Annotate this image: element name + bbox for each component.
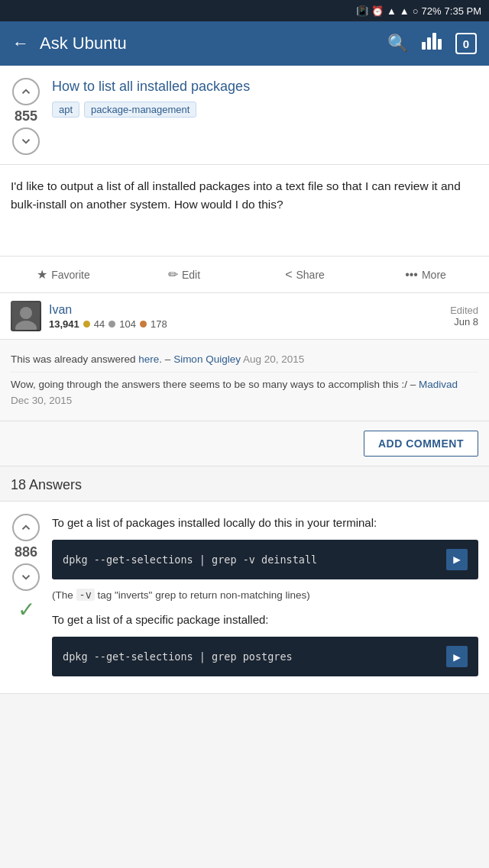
- edit-action[interactable]: ✏ Edit: [124, 267, 244, 282]
- code-expand-icon-2[interactable]: ▶: [446, 646, 468, 667]
- silver-badge: [108, 321, 115, 328]
- question-body-text: I'd like to output a list of all install…: [11, 177, 478, 214]
- comment-1-link[interactable]: here: [138, 353, 159, 365]
- comment-2-user[interactable]: Madivad: [419, 379, 458, 390]
- add-comment-button[interactable]: ADD COMMENT: [364, 431, 478, 457]
- share-icon: <: [285, 268, 292, 282]
- code-block-2: dpkg --get-selections | grep postgres ▶: [52, 637, 478, 676]
- favorite-label: Favorite: [51, 269, 90, 281]
- more-action[interactable]: ••• More: [365, 268, 486, 282]
- app-bar-icons: 🔍 0: [387, 33, 477, 54]
- answer-text-1: To get a list of packages installed loca…: [52, 514, 478, 532]
- notification-badge[interactable]: 0: [455, 33, 477, 54]
- vote-count: 855: [15, 108, 37, 124]
- user-name[interactable]: Ivan: [49, 303, 167, 317]
- chart-icon[interactable]: [422, 33, 442, 54]
- search-icon[interactable]: 🔍: [387, 34, 408, 53]
- signal-icon: ▲: [400, 5, 410, 17]
- comment-1: This was already answered here. – Simon …: [11, 347, 478, 373]
- code-content-1: dpkg --get-selections | grep -v deinstal…: [63, 553, 446, 566]
- answer-upvote-button[interactable]: [12, 514, 40, 541]
- answer-vote-col: 886 ✓: [0, 511, 52, 684]
- svg-rect-0: [422, 42, 426, 50]
- accepted-checkmark: ✓: [18, 597, 35, 622]
- answer-card: 886 ✓ To get a list of packages installe…: [0, 502, 489, 694]
- edit-label: Edit: [182, 269, 200, 281]
- edit-icon: ✏: [168, 267, 178, 282]
- more-label: More: [422, 269, 446, 281]
- answer-downvote-button[interactable]: [12, 563, 40, 591]
- share-action[interactable]: < Share: [244, 268, 365, 282]
- user-reputation: 13,941 44 104 178: [49, 318, 167, 330]
- downvote-button[interactable]: [12, 127, 40, 155]
- comment-1-sep: . –: [159, 353, 173, 365]
- svg-rect-3: [438, 39, 442, 50]
- code-expand-icon[interactable]: ▶: [446, 549, 468, 570]
- question-content: I'd like to output a list of all install…: [0, 165, 489, 257]
- silver-count: 104: [119, 318, 136, 330]
- back-button[interactable]: ←: [12, 34, 29, 53]
- comment-2-date: Dec 30, 2015: [11, 395, 72, 406]
- wifi-icon: ▲: [387, 5, 397, 17]
- status-icons: 📳 ⏰ ▲ ▲ ○ 72% 7:35 PM: [356, 5, 481, 17]
- answer-body: To get a list of packages installed loca…: [52, 511, 489, 684]
- time-display: 7:35 PM: [445, 5, 481, 17]
- answer-vote-count: 886: [15, 544, 37, 560]
- gold-badge: [83, 321, 90, 328]
- svg-point-5: [20, 307, 32, 319]
- user-details: Ivan 13,941 44 104 178: [49, 303, 167, 330]
- status-bar: 📳 ⏰ ▲ ▲ ○ 72% 7:35 PM: [0, 0, 489, 21]
- comment-1-text: This was already answered: [11, 353, 138, 365]
- action-bar: ★ Favorite ✏ Edit < Share ••• More: [0, 257, 489, 293]
- answers-header: 18 Answers: [0, 466, 489, 502]
- question-tags: apt package-management: [52, 102, 478, 118]
- avatar-image: [11, 301, 41, 331]
- comment-1-user[interactable]: Simon Quigley: [173, 353, 241, 365]
- share-label: Share: [296, 269, 324, 281]
- star-icon: ★: [37, 267, 47, 282]
- app-bar: ← Ask Ubuntu 🔍 0: [0, 21, 489, 66]
- comment-2-text: Wow, going through the answers there see…: [11, 379, 419, 390]
- user-info-bar: Ivan 13,941 44 104 178 Edited Jun 8: [0, 293, 489, 340]
- code-block-1: dpkg --get-selections | grep -v deinstal…: [52, 540, 478, 579]
- rep-number: 13,941: [49, 318, 79, 330]
- answer-text-2: To get a list of a specific package inst…: [52, 611, 478, 629]
- svg-rect-2: [432, 33, 436, 50]
- answers-count-label: 18 Answers: [11, 477, 82, 492]
- alarm-icon: ⏰: [371, 5, 384, 17]
- question-header: How to list all installed packages apt p…: [52, 75, 489, 155]
- edited-date: Jun 8: [450, 316, 478, 328]
- code-content-2: dpkg --get-selections | grep postgres: [63, 650, 446, 663]
- comment-2: Wow, going through the answers there see…: [11, 373, 478, 413]
- more-icon: •••: [405, 268, 418, 282]
- battery-percent: 72%: [422, 5, 442, 17]
- comment-1-date: Aug 20, 2015: [243, 353, 304, 365]
- vibrate-icon: 📳: [356, 5, 368, 17]
- comments-section: This was already answered here. – Simon …: [0, 340, 489, 421]
- avatar: [11, 301, 41, 331]
- favorite-action[interactable]: ★ Favorite: [3, 267, 124, 282]
- svg-rect-1: [427, 37, 431, 50]
- app-bar-title: Ask Ubuntu: [40, 34, 377, 53]
- add-comment-row: ADD COMMENT: [0, 421, 489, 466]
- question-title[interactable]: How to list all installed packages: [52, 78, 478, 95]
- tag-package-management[interactable]: package-management: [84, 102, 196, 118]
- user-right: Edited Jun 8: [450, 305, 478, 328]
- gold-count: 44: [94, 318, 105, 330]
- bronze-count: 178: [151, 318, 167, 330]
- question-card: 855 How to list all installed packages a…: [0, 66, 489, 165]
- code-note: (The -v tag "inverts" grep to return non…: [52, 587, 478, 603]
- user-left: Ivan 13,941 44 104 178: [11, 301, 167, 331]
- battery-icon: ○: [413, 5, 419, 17]
- tag-apt[interactable]: apt: [52, 102, 79, 118]
- edited-label: Edited: [450, 305, 478, 316]
- vote-column: 855: [0, 75, 52, 155]
- upvote-button[interactable]: [12, 78, 40, 105]
- bronze-badge: [140, 321, 147, 328]
